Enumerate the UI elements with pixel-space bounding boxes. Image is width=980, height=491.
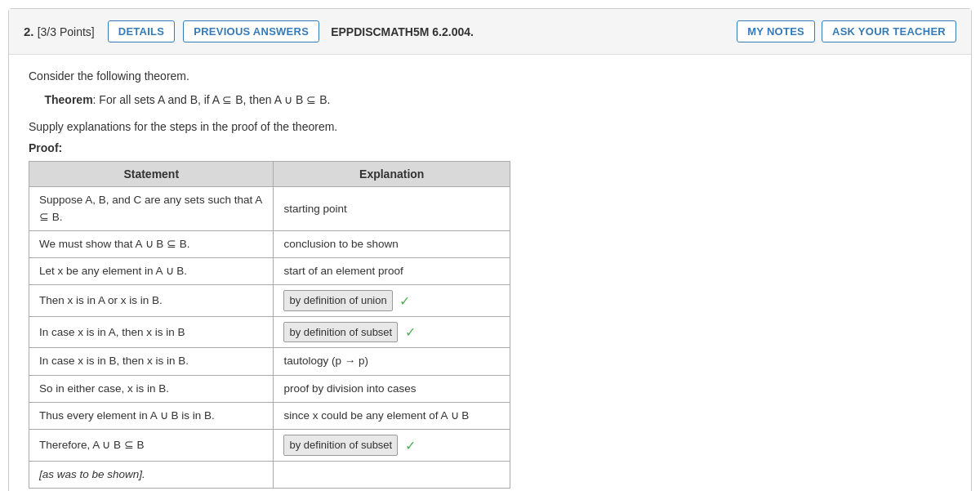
theorem-body: : For all sets A and B, if A ⊆ B, then A… [93, 93, 331, 106]
check-icon: ✓ [396, 294, 410, 308]
explanation-cell [274, 461, 510, 488]
supply-text: Supply explanations for the steps in the… [29, 120, 951, 133]
check-icon: ✓ [401, 325, 415, 339]
problem-code: EPPDISCMATH5M 6.2.004. [331, 25, 474, 38]
explanation-cell: proof by division into cases [274, 375, 510, 402]
table-header-row: Statement Explanation [29, 162, 510, 187]
explanation-cell: starting point [274, 187, 510, 231]
top-bar: 2. [3/3 Points] DETAILS PREVIOUS ANSWERS… [9, 9, 971, 55]
table-row: We must show that A ∪ B ⊆ B.conclusion t… [29, 230, 510, 257]
col-explanation-header: Explanation [274, 162, 510, 187]
table-row: So in either case, x is in B.proof by di… [29, 375, 510, 402]
table-row: Suppose A, B, and C are any sets such th… [29, 187, 510, 231]
table-row: Therefore, A ∪ B ⊆ Bby definition of sub… [29, 430, 510, 462]
table-row: In case x is in B, then x is in B.tautol… [29, 348, 510, 375]
statement-cell: Then x is in A or x is in B. [29, 285, 274, 317]
main-container: 2. [3/3 Points] DETAILS PREVIOUS ANSWERS… [8, 8, 972, 491]
statement-cell: We must show that A ∪ B ⊆ B. [29, 230, 274, 257]
ask-teacher-button[interactable]: ASK YOUR TEACHER [822, 20, 956, 42]
question-number: 2. [3/3 Points] [24, 25, 95, 38]
details-button[interactable]: DETAILS [108, 20, 175, 42]
theorem-intro-label: Theorem [44, 93, 92, 106]
table-row: Thus every element in A ∪ B is in B.sinc… [29, 402, 510, 429]
check-icon: ✓ [401, 439, 415, 453]
my-notes-button[interactable]: MY NOTES [737, 20, 815, 42]
proof-label: Proof: [29, 141, 951, 154]
statement-cell: In case x is in B, then x is in B. [29, 348, 274, 375]
statement-cell: So in either case, x is in B. [29, 375, 274, 402]
statement-cell: Let x be any element in A ∪ B. [29, 258, 274, 285]
proof-table: Statement Explanation Suppose A, B, and … [29, 161, 510, 489]
explanation-cell: conclusion to be shown [274, 230, 510, 257]
top-bar-left: 2. [3/3 Points] DETAILS PREVIOUS ANSWERS… [24, 20, 474, 42]
explanation-cell: tautology (p → p) [274, 348, 510, 375]
statement-cell: Therefore, A ∪ B ⊆ B [29, 430, 274, 462]
table-row: In case x is in A, then x is in Bby defi… [29, 316, 510, 348]
statement-cell: Thus every element in A ∪ B is in B. [29, 402, 274, 429]
highlighted-answer: by definition of subset [283, 435, 398, 456]
explanation-cell: start of an element proof [274, 258, 510, 285]
statement-cell: [as was to be shown]. [29, 461, 274, 488]
statement-cell: In case x is in A, then x is in B [29, 316, 274, 348]
statement-cell: Suppose A, B, and C are any sets such th… [29, 187, 274, 231]
explanation-cell: by definition of subset ✓ [274, 430, 510, 462]
table-row: [as was to be shown]. [29, 461, 510, 488]
explanation-cell: by definition of union ✓ [274, 285, 510, 317]
highlighted-answer: by definition of subset [283, 322, 398, 343]
table-row: Then x is in A or x is in B.by definitio… [29, 285, 510, 317]
theorem-text: Theorem: For all sets A and B, if A ⊆ B,… [29, 91, 951, 109]
table-row: Let x be any element in A ∪ B.start of a… [29, 258, 510, 285]
explanation-cell: by definition of subset ✓ [274, 316, 510, 348]
top-bar-right: MY NOTES ASK YOUR TEACHER [737, 20, 956, 42]
consider-text: Consider the following theorem. [29, 69, 951, 83]
content-area: Consider the following theorem. Theorem:… [9, 55, 971, 491]
col-statement-header: Statement [29, 162, 274, 187]
highlighted-answer: by definition of union [283, 290, 392, 311]
explanation-cell: since x could be any element of A ∪ B [274, 402, 510, 429]
previous-answers-button[interactable]: PREVIOUS ANSWERS [183, 20, 319, 42]
